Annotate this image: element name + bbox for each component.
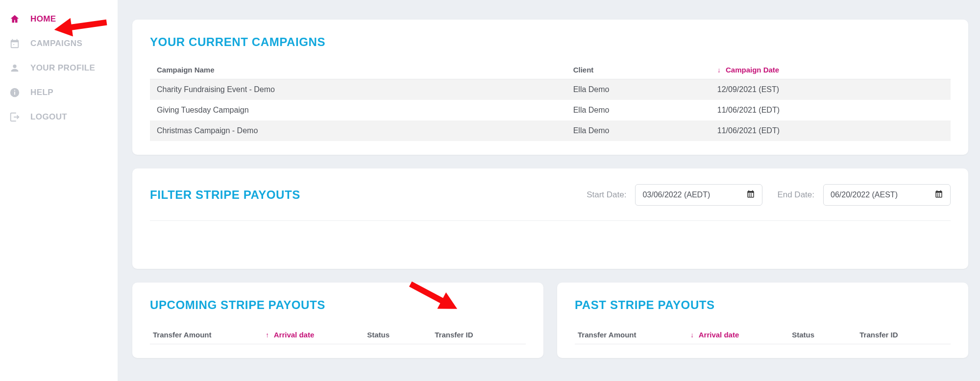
cell-client: Ella Demo bbox=[566, 120, 710, 141]
arrow-up-icon: ↑ bbox=[266, 331, 269, 339]
arrow-down-icon: ↓ bbox=[717, 66, 721, 74]
svg-rect-2 bbox=[14, 90, 15, 91]
col-amount[interactable]: Transfer Amount bbox=[150, 326, 263, 344]
sidebar-item-label: LOGOUT bbox=[30, 112, 67, 122]
table-row[interactable]: Christmas Campaign - Demo Ella Demo 11/0… bbox=[150, 120, 951, 141]
calendar-icon bbox=[934, 190, 943, 200]
cell-date: 12/09/2021 (EST) bbox=[710, 79, 951, 100]
calendar-icon bbox=[8, 38, 22, 49]
filter-card: FILTER STRIPE PAYOUTS Start Date: 03/06/… bbox=[132, 168, 968, 269]
end-date-value: 06/20/2022 (AEST) bbox=[831, 190, 898, 199]
sidebar-item-help[interactable]: HELP bbox=[0, 80, 118, 105]
col-arrival[interactable]: ↑ Arrival date bbox=[263, 326, 364, 344]
info-icon bbox=[8, 87, 22, 98]
filter-title: FILTER STRIPE PAYOUTS bbox=[150, 188, 300, 202]
col-status[interactable]: Status bbox=[789, 326, 857, 344]
home-icon bbox=[8, 14, 22, 24]
upcoming-payouts-card: UPCOMING STRIPE PAYOUTS Transfer Amount … bbox=[132, 283, 543, 358]
end-date-label: End Date: bbox=[777, 190, 814, 200]
col-arrival[interactable]: ↓ Arrival date bbox=[687, 326, 789, 344]
sidebar-item-home[interactable]: HOME bbox=[0, 7, 118, 31]
cell-date: 11/06/2021 (EDT) bbox=[710, 100, 951, 120]
past-payouts-card: PAST STRIPE PAYOUTS Transfer Amount ↓ Ar… bbox=[557, 283, 968, 358]
end-date-input[interactable]: 06/20/2022 (AEST) bbox=[823, 184, 951, 206]
sidebar-item-campaigns[interactable]: CAMPAIGNS bbox=[0, 31, 118, 56]
cell-name: Giving Tuesday Campaign bbox=[150, 100, 566, 120]
col-id[interactable]: Transfer ID bbox=[857, 326, 951, 344]
arrow-down-icon: ↓ bbox=[690, 331, 694, 339]
past-table: Transfer Amount ↓ Arrival date Status Tr… bbox=[575, 326, 951, 344]
start-date-input[interactable]: 03/06/2022 (AEDT) bbox=[635, 184, 762, 206]
col-campaign-name[interactable]: Campaign Name bbox=[150, 61, 566, 79]
col-id[interactable]: Transfer ID bbox=[432, 326, 526, 344]
sidebar-item-label: HELP bbox=[30, 88, 53, 97]
past-title: PAST STRIPE PAYOUTS bbox=[575, 298, 951, 312]
cell-name: Charity Fundraising Event - Demo bbox=[150, 79, 566, 100]
col-client[interactable]: Client bbox=[566, 61, 710, 79]
col-campaign-date-label: Campaign Date bbox=[726, 66, 779, 74]
sidebar-item-label: YOUR PROFILE bbox=[30, 63, 95, 73]
sidebar: HOME CAMPAIGNS YOUR PROFILE HELP LOGOUT bbox=[0, 0, 118, 381]
table-row[interactable]: Giving Tuesday Campaign Ella Demo 11/06/… bbox=[150, 100, 951, 120]
sidebar-item-label: HOME bbox=[30, 14, 56, 24]
cell-client: Ella Demo bbox=[566, 79, 710, 100]
campaigns-title: YOUR CURRENT CAMPAIGNS bbox=[150, 35, 951, 49]
sidebar-item-profile[interactable]: YOUR PROFILE bbox=[0, 56, 118, 80]
col-arrival-label: Arrival date bbox=[699, 331, 739, 339]
campaigns-table: Campaign Name Client ↓ Campaign Date Cha… bbox=[150, 61, 951, 141]
col-status[interactable]: Status bbox=[364, 326, 432, 344]
campaigns-card: YOUR CURRENT CAMPAIGNS Campaign Name Cli… bbox=[132, 20, 968, 155]
payouts-row: UPCOMING STRIPE PAYOUTS Transfer Amount … bbox=[132, 283, 968, 358]
col-amount[interactable]: Transfer Amount bbox=[575, 326, 687, 344]
cell-date: 11/06/2021 (EDT) bbox=[710, 120, 951, 141]
sidebar-item-label: CAMPAIGNS bbox=[30, 39, 82, 48]
col-arrival-label: Arrival date bbox=[274, 331, 315, 339]
col-campaign-date[interactable]: ↓ Campaign Date bbox=[710, 61, 951, 79]
start-date-label: Start Date: bbox=[587, 190, 626, 200]
calendar-icon bbox=[746, 190, 755, 200]
sidebar-item-logout[interactable]: LOGOUT bbox=[0, 105, 118, 129]
main-content: YOUR CURRENT CAMPAIGNS Campaign Name Cli… bbox=[132, 0, 968, 381]
filter-controls: Start Date: 03/06/2022 (AEDT) End Date: … bbox=[587, 184, 951, 206]
table-row[interactable]: Charity Fundraising Event - Demo Ella De… bbox=[150, 79, 951, 100]
cell-name: Christmas Campaign - Demo bbox=[150, 120, 566, 141]
cell-client: Ella Demo bbox=[566, 100, 710, 120]
logout-icon bbox=[8, 112, 22, 122]
start-date-value: 03/06/2022 (AEDT) bbox=[642, 190, 710, 199]
svg-rect-1 bbox=[14, 92, 15, 95]
upcoming-title: UPCOMING STRIPE PAYOUTS bbox=[150, 298, 526, 312]
user-icon bbox=[8, 63, 22, 73]
upcoming-table: Transfer Amount ↑ Arrival date Status Tr… bbox=[150, 326, 526, 344]
